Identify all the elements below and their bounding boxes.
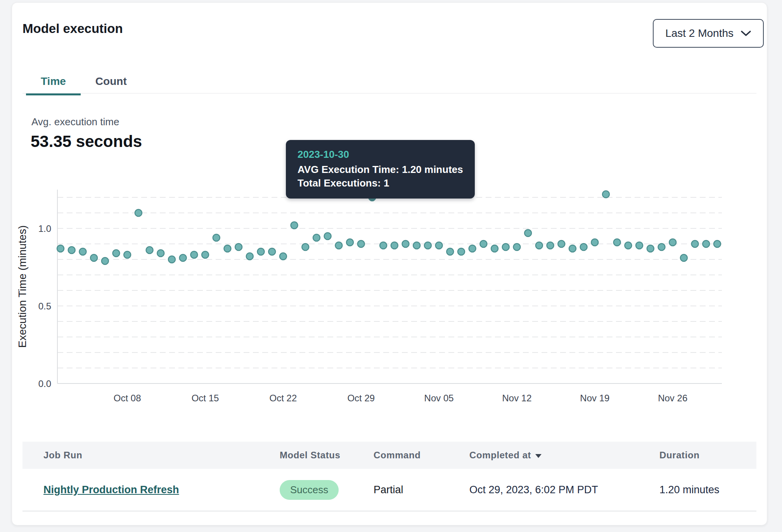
scatter-point[interactable] [102, 257, 109, 264]
scatter-point[interactable] [469, 245, 476, 252]
scatter-point[interactable] [424, 242, 431, 249]
scatter-point[interactable] [647, 245, 654, 252]
scatter-point[interactable] [90, 254, 97, 261]
execution-time-chart: 0.00.51.0Oct 08Oct 15Oct 22Oct 29Nov 05N… [12, 187, 768, 411]
execution-scatter-svg: 0.00.51.0Oct 08Oct 15Oct 22Oct 29Nov 05N… [12, 187, 768, 411]
x-tick-label: Oct 29 [347, 393, 375, 403]
scatter-point[interactable] [680, 254, 687, 261]
scatter-point[interactable] [190, 251, 197, 258]
scatter-point[interactable] [358, 240, 365, 247]
scatter-point[interactable] [180, 254, 187, 261]
scatter-point[interactable] [458, 248, 465, 255]
scatter-point[interactable] [547, 242, 554, 249]
chevron-down-icon [740, 30, 751, 37]
scatter-point[interactable] [625, 242, 631, 249]
scatter-point[interactable] [436, 242, 443, 249]
date-range-value: Last 2 Months [665, 27, 734, 40]
tab-time[interactable]: Time [26, 69, 81, 93]
column-header-model-status: Model Status [280, 442, 341, 469]
scatter-point[interactable] [302, 244, 309, 250]
chart-tooltip: 2023-10-30 AVG Execution Time: 1.20 minu… [286, 140, 475, 199]
cell-job-run: Nightly Production Refresh [43, 469, 179, 511]
cell-duration: 1.20 minutes [659, 469, 720, 511]
scatter-point[interactable] [614, 239, 621, 246]
tooltip-date: 2023-10-30 [298, 149, 463, 161]
scatter-point[interactable] [168, 256, 175, 263]
avg-execution-time-value: 53.35 seconds [31, 132, 142, 151]
scatter-point[interactable] [446, 248, 453, 255]
x-tick-label: Nov 05 [424, 393, 454, 403]
scatter-point[interactable] [602, 191, 609, 198]
scatter-point[interactable] [258, 248, 265, 255]
avg-execution-time-label: Avg. execution time [31, 116, 119, 128]
scatter-point[interactable] [202, 251, 209, 258]
cell-model-status: Success [280, 469, 339, 511]
scatter-point[interactable] [346, 239, 353, 246]
cell-completed-at: Oct 29, 2023, 6:02 PM PDT [469, 469, 598, 511]
column-header-model-status-label: Model Status [280, 450, 341, 461]
sort-descending-icon [535, 450, 542, 461]
scatter-point[interactable] [502, 244, 509, 250]
scatter-point[interactable] [135, 209, 142, 216]
scatter-point[interactable] [57, 245, 64, 252]
scatter-point[interactable] [246, 253, 253, 260]
column-header-job-run-label: Job Run [43, 450, 82, 461]
scatter-point[interactable] [413, 242, 420, 249]
x-tick-label: Oct 15 [192, 393, 219, 403]
column-header-duration-label: Duration [659, 450, 699, 461]
scatter-point[interactable] [524, 230, 531, 237]
page-title: Model execution [22, 21, 123, 36]
scatter-point[interactable] [112, 250, 119, 257]
job-run-link[interactable]: Nightly Production Refresh [43, 484, 179, 496]
column-header-command: Command [374, 442, 421, 469]
y-axis-title: Execution Time (minutes) [16, 225, 28, 348]
scatter-point[interactable] [380, 242, 387, 249]
scatter-point[interactable] [291, 222, 298, 229]
column-header-completed-at-label: Completed at [469, 450, 531, 461]
scatter-point[interactable] [335, 242, 342, 249]
table-row: Nightly Production Refresh Success Parti… [22, 469, 756, 511]
scatter-point[interactable] [146, 247, 153, 254]
y-tick-label: 1.0 [38, 223, 51, 234]
tooltip-total-executions: Total Executions: 1 [298, 177, 463, 189]
y-tick-label: 0.0 [38, 378, 51, 389]
x-tick-label: Nov 26 [658, 393, 687, 403]
scatter-point[interactable] [124, 251, 131, 258]
tab-time-label: Time [41, 75, 66, 88]
scatter-point[interactable] [714, 240, 721, 247]
scatter-point[interactable] [402, 240, 409, 247]
date-range-selector[interactable]: Last 2 Months [653, 19, 764, 48]
scatter-point[interactable] [569, 245, 576, 252]
scatter-point[interactable] [513, 244, 520, 250]
tooltip-avg-execution-time: AVG Execution Time: 1.20 minutes [298, 164, 463, 176]
scatter-point[interactable] [558, 240, 565, 247]
scatter-point[interactable] [213, 234, 220, 241]
scatter-point[interactable] [580, 244, 587, 250]
scatter-point[interactable] [669, 239, 676, 246]
x-tick-label: Oct 22 [270, 393, 297, 403]
scatter-point[interactable] [157, 250, 164, 257]
chart-tabs: Time Count [26, 69, 142, 93]
scatter-point[interactable] [324, 233, 331, 240]
scatter-point[interactable] [491, 245, 498, 252]
scatter-point[interactable] [313, 234, 320, 241]
tab-count[interactable]: Count [81, 69, 142, 93]
cell-command: Partial [374, 469, 403, 511]
scatter-point[interactable] [692, 240, 699, 247]
scatter-point[interactable] [536, 242, 543, 249]
scatter-point[interactable] [591, 239, 598, 246]
scatter-point[interactable] [480, 240, 487, 247]
scatter-point[interactable] [391, 242, 398, 249]
scatter-point[interactable] [636, 242, 643, 249]
column-header-completed-at[interactable]: Completed at [469, 442, 542, 469]
scatter-point[interactable] [280, 253, 287, 260]
scatter-point[interactable] [79, 248, 86, 255]
scatter-point[interactable] [235, 244, 242, 250]
model-execution-card: Model execution Last 2 Months Time Count… [12, 2, 767, 525]
scatter-point[interactable] [702, 240, 709, 247]
scatter-point[interactable] [658, 244, 665, 250]
scatter-point[interactable] [68, 247, 75, 254]
scatter-point[interactable] [224, 245, 231, 252]
scatter-point[interactable] [268, 248, 275, 255]
status-badge: Success [280, 480, 339, 500]
